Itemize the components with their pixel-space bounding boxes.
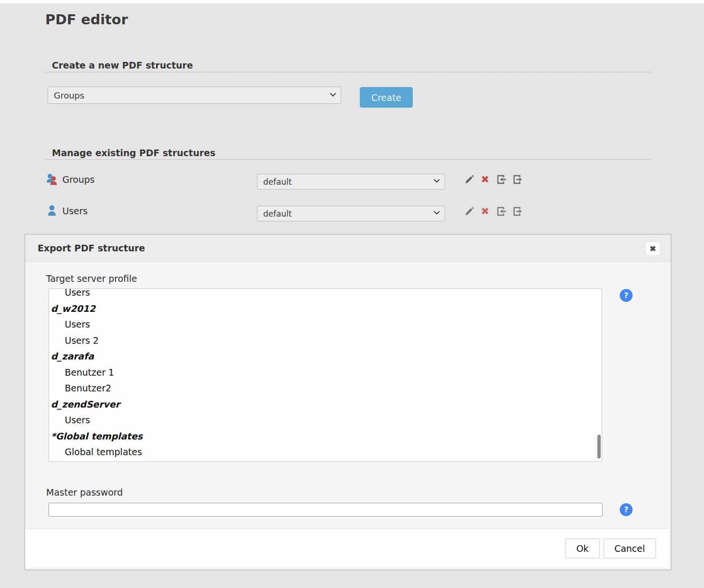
- manage-section-divider: [45, 159, 651, 160]
- ok-button[interactable]: Ok: [565, 538, 600, 558]
- profile-item[interactable]: Benutzer 1: [49, 365, 602, 381]
- master-password-input[interactable]: [49, 503, 603, 517]
- help-icon[interactable]: ?: [620, 289, 633, 302]
- groups-icon: [45, 172, 59, 189]
- chevron-down-icon: [330, 90, 336, 97]
- top-strip: [0, 0, 704, 3]
- users-profile-select[interactable]: default: [257, 206, 445, 221]
- profile-list: Usersd_w2012UsersUsers 2d_zarafaBenutzer…: [49, 289, 602, 460]
- groups-profile-value: default: [263, 177, 292, 187]
- help-icon[interactable]: ?: [620, 503, 633, 516]
- structure-type-select[interactable]: Groups: [48, 87, 341, 104]
- create-section-divider: [45, 72, 651, 72]
- master-password-label: Master password: [46, 487, 123, 498]
- delete-icon[interactable]: ✖: [479, 206, 491, 217]
- dialog-header: Export PDF structure: [25, 235, 671, 262]
- target-server-profile-listbox[interactable]: Usersd_w2012UsersUsers 2d_zarafaBenutzer…: [49, 289, 602, 462]
- chevron-down-icon: [434, 177, 440, 183]
- profile-item[interactable]: Users: [49, 412, 602, 429]
- profile-group-item[interactable]: d_w2012: [49, 301, 602, 317]
- groups-profile-select[interactable]: default: [257, 174, 445, 189]
- profile-group-item[interactable]: *Global templates: [49, 429, 602, 445]
- dialog-footer: Ok Cancel: [25, 528, 669, 568]
- profile-item[interactable]: Users: [49, 289, 602, 301]
- profile-group-item[interactable]: d_zendServer: [49, 397, 602, 413]
- export-icon[interactable]: [512, 206, 523, 217]
- users-profile-value: default: [263, 209, 292, 219]
- profile-item[interactable]: Users 2: [49, 333, 602, 349]
- profile-item[interactable]: Benutzer2: [49, 380, 602, 397]
- listbox-scrollbar-thumb[interactable]: [597, 435, 601, 458]
- edit-icon[interactable]: [464, 206, 475, 217]
- create-section-heading: Create a new PDF structure: [52, 60, 193, 70]
- structure-type-value: Groups: [54, 90, 84, 100]
- export-pdf-structure-dialog: Export PDF structure ✖ Target server pro…: [24, 234, 672, 570]
- create-button[interactable]: Create: [360, 87, 413, 108]
- profile-item[interactable]: Users: [49, 317, 602, 333]
- target-server-profile-label: Target server profile: [46, 273, 137, 284]
- profile-group-item[interactable]: d_zarafa: [49, 349, 602, 365]
- export-icon[interactable]: [512, 174, 523, 185]
- page-title: PDF editor: [45, 11, 128, 28]
- manage-row-label-groups: Groups: [62, 174, 95, 185]
- import-icon[interactable]: [496, 174, 507, 185]
- import-icon[interactable]: [496, 206, 507, 217]
- manage-row-label-users: Users: [62, 206, 88, 216]
- profile-item[interactable]: Global templates: [49, 444, 602, 460]
- dialog-title: Export PDF structure: [38, 243, 145, 253]
- pdf-editor-page: PDF editor Create a new PDF structure Gr…: [0, 0, 704, 588]
- delete-icon[interactable]: ✖: [479, 174, 491, 185]
- close-icon[interactable]: ✖: [645, 241, 660, 256]
- manage-section-heading: Manage existing PDF structures: [52, 148, 216, 158]
- user-icon: [47, 205, 58, 220]
- cancel-button[interactable]: Cancel: [604, 538, 656, 558]
- edit-icon[interactable]: [464, 174, 475, 185]
- chevron-down-icon: [434, 209, 440, 215]
